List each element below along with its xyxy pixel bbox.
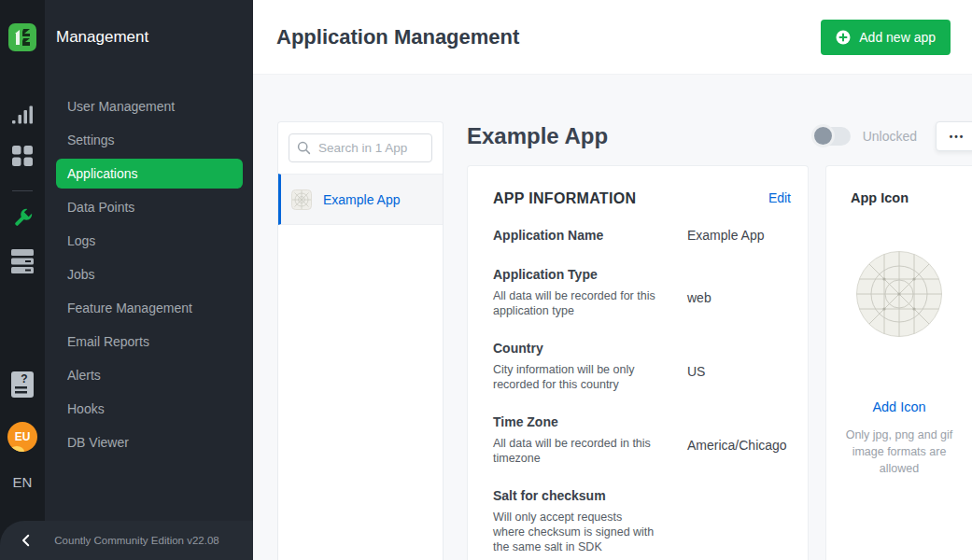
app-detail: Example App Unlocked ••• APP INFORMATION… [467,121,972,560]
app-item-name: Example App [323,192,401,207]
row-value: America/Chicago [687,436,787,466]
info-row-time-zone: Time Zone All data will be recorded in t… [493,413,791,466]
row-label: Time Zone [493,413,687,431]
app-information-title: APP INFORMATION [493,190,768,207]
countly-logo-icon[interactable] [7,22,37,56]
sidebar-menu: Management User Management Settings Appl… [45,0,253,521]
help-guide-icon[interactable]: ? [10,371,35,402]
page-header: Application Management Add new app [253,0,972,75]
lock-toggle[interactable] [813,127,851,146]
detail-app-title: Example App [467,123,813,149]
row-description: Will only accept requests where checksum… [493,510,655,554]
lock-toggle-knob[interactable] [811,124,835,147]
edit-link[interactable]: Edit [768,190,791,205]
content-area: Example App Example App Unlocked ••• APP… [253,75,972,560]
sidebar-item-hooks[interactable]: Hooks [56,394,243,424]
row-label: Country [493,339,687,357]
add-new-app-label: Add new app [859,30,936,45]
sidebar-item-jobs[interactable]: Jobs [56,259,243,289]
sidebar-item-alerts[interactable]: Alerts [56,360,243,390]
page-title: Application Management [276,25,821,49]
chevron-left-icon [18,532,35,549]
lock-toggle-label: Unlocked [863,129,917,144]
sidebar-item-user-management[interactable]: User Management [56,91,243,121]
strip-divider [12,190,33,191]
version-label: Countly Community Edition v22.08 [52,535,253,546]
main-area: Application Management Add new app [253,0,972,560]
app-information-head: APP INFORMATION Edit [493,190,791,207]
sidebar-item-db-viewer[interactable]: DB Viewer [56,427,243,457]
detail-header: Example App Unlocked ••• [467,121,972,151]
countly-app-window: ? EU EN Management User Management Setti… [0,0,972,560]
row-label: Application Name [493,226,687,245]
row-value: Example App [687,226,765,245]
sidebar: ? EU EN Management User Management Setti… [0,0,253,560]
sidebar-footer: Countly Community Edition v22.08 [0,521,253,560]
menu-title: Management [56,28,243,47]
sidebar-icon-strip: ? EU EN [0,0,45,560]
app-information-card: APP INFORMATION Edit Application Name Ex… [467,165,809,560]
row-description: All data will be recorded for this appli… [493,288,655,318]
apps-grid-icon[interactable] [12,146,33,170]
icon-format-note: Only jpg, png and gif image formats are … [842,427,956,477]
add-new-app-button[interactable]: Add new app [821,20,951,55]
row-description: All data will be recorded in this timezo… [493,436,655,466]
detail-cards: APP INFORMATION Edit Application Name Ex… [467,165,972,560]
app-thumbnail-icon [291,189,312,210]
app-list-item-example-app[interactable]: Example App [278,174,443,225]
sidebar-item-applications[interactable]: Applications [56,159,243,189]
avatar-initials: EU [15,430,31,443]
user-avatar[interactable]: EU [7,422,37,452]
sidebar-item-feature-management[interactable]: Feature Management [56,293,243,323]
search-wrap [278,122,443,174]
app-icon-placeholder [855,250,943,338]
management-wrench-icon[interactable] [11,207,34,233]
app-icon-title: App Icon [826,190,972,205]
row-label: Application Type [493,265,687,284]
row-value: US [687,362,705,392]
info-row-application-type: Application Type All data will be record… [493,265,791,318]
info-row-salt-for-checksum: Salt for checksum Will only accept reque… [493,486,791,554]
collapse-sidebar-button[interactable] [0,532,52,549]
sidebar-item-settings[interactable]: Settings [56,125,243,155]
row-description: City information will be only recorded f… [493,362,655,392]
analytics-bars-icon[interactable] [12,105,33,129]
svg-text:?: ? [21,372,27,385]
app-search-input[interactable] [289,133,432,162]
row-label: Salt for checksum [493,486,687,505]
app-icon-card: App Icon [825,165,972,560]
sidebar-item-data-points[interactable]: Data Points [56,192,243,222]
language-selector[interactable]: EN [0,474,45,490]
sidebar-item-email-reports[interactable]: Email Reports [56,327,243,357]
server-stack-icon[interactable] [11,249,34,278]
info-row-country: Country City information will be only re… [493,339,791,392]
add-icon-link[interactable]: Add Icon [872,399,925,414]
more-options-button[interactable]: ••• [936,121,972,151]
menu-nav: User Management Settings Applications Da… [56,91,243,457]
app-list-panel: Example App [277,121,444,560]
sidebar-item-logs[interactable]: Logs [56,226,243,256]
info-row-application-name: Application Name Example App [493,226,791,245]
plus-circle-icon [836,30,851,45]
row-value: web [687,288,711,318]
